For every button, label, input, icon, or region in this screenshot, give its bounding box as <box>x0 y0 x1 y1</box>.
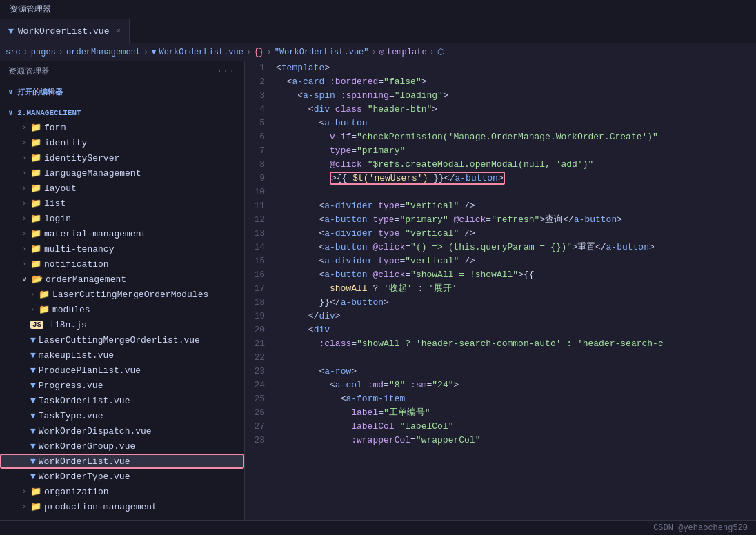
line-content[interactable]: :class="showAll ? 'header-search-common-… <box>276 337 756 351</box>
line-number: 14 <box>245 241 276 254</box>
line-content[interactable]: <a-button @click="showAll = !showAll">{{ <box>276 268 756 282</box>
folder-icon: 📁 <box>30 152 41 163</box>
sidebar-item-lasercutting-modules[interactable]: › 📁 LaserCuttingMergeOrderModules <box>0 287 244 302</box>
line-content[interactable]: <a-form-item <box>276 392 756 406</box>
folder-icon: 📁 <box>39 289 50 300</box>
line-number: 13 <box>245 227 276 241</box>
line-number: 1 <box>245 61 276 75</box>
sidebar-item-workorderdispatch[interactable]: ▼ WorkOrderDispatch.vue <box>0 423 244 438</box>
folder-icon: 📁 <box>30 183 41 194</box>
sidebar-item-modules[interactable]: › 📁 modules <box>0 302 244 317</box>
line-number: 21 <box>245 337 276 351</box>
line-content[interactable]: <div <box>276 323 756 337</box>
sidebar-item-form[interactable]: › 📁 form <box>0 120 244 135</box>
arrow-icon: › <box>22 503 26 511</box>
vue-icon5: ▼ <box>30 365 36 376</box>
line-content[interactable]: v-if="checkPermission('Manage.OrderManag… <box>276 130 756 144</box>
code-area[interactable]: 1<template>2 <a-card :bordered="false">3… <box>245 61 756 520</box>
sidebar-item-i18n[interactable]: JS i18n.js <box>0 317 244 332</box>
sidebar-item-layout[interactable]: › 📁 layout <box>0 181 244 196</box>
line-content[interactable]: <a-card :bordered="false"> <box>276 75 756 89</box>
line-content[interactable]: </div> <box>276 310 756 323</box>
sidebar-item-progress[interactable]: ▼ Progress.vue <box>0 378 244 393</box>
sidebar: 资源管理器 ··· ∨ 打开的编辑器 ∨ 2.MANAGECLIENT › 📁 … <box>0 61 245 520</box>
status-bar: CSDN @yehaocheng520 <box>0 520 756 535</box>
menu-explorer[interactable]: 资源管理器 <box>6 2 55 17</box>
line-content[interactable]: <a-row> <box>276 365 756 378</box>
line-content[interactable]: }}</a-button> <box>276 296 756 310</box>
sidebar-item-makeuplist[interactable]: ▼ makeupList.vue <box>0 347 244 363</box>
line-content[interactable]: <a-divider type="vertical" /> <box>276 227 756 241</box>
breadcrumb-filename2[interactable]: "WorkOrderList.vue" <box>275 48 369 57</box>
sidebar-item-organization[interactable]: › 📁 organization <box>0 484 244 499</box>
breadcrumb-file[interactable]: WorkOrderList.vue <box>159 48 243 57</box>
arrow-icon: › <box>22 200 26 208</box>
sidebar-item-multitenancy[interactable]: › 📁 multi-tenancy <box>0 241 244 256</box>
code-line-2: 2 <a-card :bordered="false"> <box>245 75 756 89</box>
line-number: 11 <box>245 199 276 213</box>
line-content[interactable]: <a-divider type="vertical" /> <box>276 254 756 268</box>
line-content[interactable]: <a-col :md="8" :sm="24"> <box>276 378 756 392</box>
folder-icon: 📁 <box>30 501 41 512</box>
sidebar-item-languagemanagement[interactable]: › 📁 languageManagement <box>0 165 244 181</box>
line-content[interactable]: <a-button type="primary" @click="refresh… <box>276 213 756 227</box>
sidebar-manageclient-title[interactable]: ∨ 2.MANAGECLIENT <box>0 105 244 120</box>
sidebar-item-production[interactable]: › 📁 production-management <box>0 499 244 514</box>
sidebar-item-login[interactable]: › 📁 login <box>0 211 244 226</box>
line-content[interactable]: <a-divider type="vertical" /> <box>276 199 756 213</box>
sidebar-item-workorderlist[interactable]: ▼ WorkOrderList.vue <box>0 454 244 469</box>
arrow-icon: › <box>30 291 34 299</box>
arrow-icon: › <box>22 170 26 177</box>
sidebar-item-ordermanagement[interactable]: ∨ 📂 orderManagement <box>0 272 244 287</box>
line-content[interactable]: label="工单编号" <box>276 406 756 420</box>
breadcrumb-ordermanagement[interactable]: orderManagement <box>66 48 141 57</box>
vue-icon11: ▼ <box>30 456 36 467</box>
sidebar-menu-button[interactable]: ··· <box>217 67 236 77</box>
sidebar-item-produceplanlist[interactable]: ▼ ProducePlanList.vue <box>0 363 244 378</box>
sidebar-item-identity[interactable]: › 📁 identity <box>0 135 244 150</box>
tab-close-button[interactable]: × <box>116 27 121 35</box>
sidebar-item-notification[interactable]: › 📁 notification <box>0 256 244 272</box>
line-content[interactable]: @click="$refs.createModal.openModal(null… <box>276 158 756 172</box>
folder-icon: 📁 <box>30 198 41 209</box>
line-number: 3 <box>245 89 276 103</box>
sidebar-item-lasercuttinglist[interactable]: ▼ LaserCuttingMergeOrderList.vue <box>0 332 244 347</box>
sidebar-item-tasktype[interactable]: ▼ TaskType.vue <box>0 408 244 423</box>
menu-bar: 资源管理器 <box>0 0 756 19</box>
line-content[interactable]: <template> <box>276 61 756 75</box>
breadcrumb-pages[interactable]: pages <box>31 48 56 57</box>
sidebar-item-workordergroup[interactable]: ▼ WorkOrderGroup.vue <box>0 438 244 454</box>
breadcrumb-obj[interactable]: {} <box>254 48 263 57</box>
sidebar-item-identityserver[interactable]: › 📁 identityServer <box>0 150 244 165</box>
line-content[interactable]: <div class="header-btn"> <box>276 103 756 117</box>
code-line-11: 11 <a-divider type="vertical" /> <box>245 199 756 213</box>
line-content[interactable]: <a-button <box>276 117 756 130</box>
sidebar-open-editors-title[interactable]: ∨ 打开的编辑器 <box>0 84 244 100</box>
line-content[interactable]: <a-button @click="() => (this.queryParam… <box>276 241 756 254</box>
line-content[interactable]: >{{ $t('newUsers') }}</a-button> <box>276 172 756 185</box>
arrow-icon: › <box>22 185 26 192</box>
line-content[interactable]: showAll ? '收起' : '展开' <box>276 282 756 296</box>
vue-icon9: ▼ <box>30 426 36 436</box>
tab-workorderlist[interactable]: ▼ WorkOrderList.vue × <box>0 19 130 43</box>
sidebar-item-material[interactable]: › 📁 material-management <box>0 226 244 241</box>
breadcrumb-src[interactable]: src <box>6 48 21 57</box>
line-content[interactable]: :wrapperCol="wrapperCol" <box>276 434 756 447</box>
main-area: 资源管理器 ··· ∨ 打开的编辑器 ∨ 2.MANAGECLIENT › 📁 … <box>0 61 756 520</box>
line-number: 24 <box>245 378 276 392</box>
sidebar-item-workordertype[interactable]: ▼ WorkOrderType.vue <box>0 469 244 484</box>
line-number: 26 <box>245 406 276 420</box>
sidebar-item-taskorderlist[interactable]: ▼ TaskOrderList.vue <box>0 393 244 408</box>
sidebar-open-editors: ∨ 打开的编辑器 <box>0 81 244 103</box>
code-line-1: 1<template> <box>245 61 756 75</box>
line-content[interactable]: labelCol="labelCol" <box>276 420 756 434</box>
sidebar-item-list[interactable]: › 📁 list <box>0 196 244 211</box>
breadcrumb-template[interactable]: template <box>387 48 427 57</box>
line-content[interactable]: <a-spin :spinning="loading"> <box>276 89 756 103</box>
line-number: 22 <box>245 351 276 365</box>
line-content[interactable]: type="primary" <box>276 144 756 158</box>
code-line-27: 27 labelCol="labelCol" <box>245 420 756 434</box>
code-line-8: 8 @click="$refs.createModal.openModal(nu… <box>245 158 756 172</box>
line-number: 6 <box>245 130 276 144</box>
line-number: 20 <box>245 323 276 337</box>
